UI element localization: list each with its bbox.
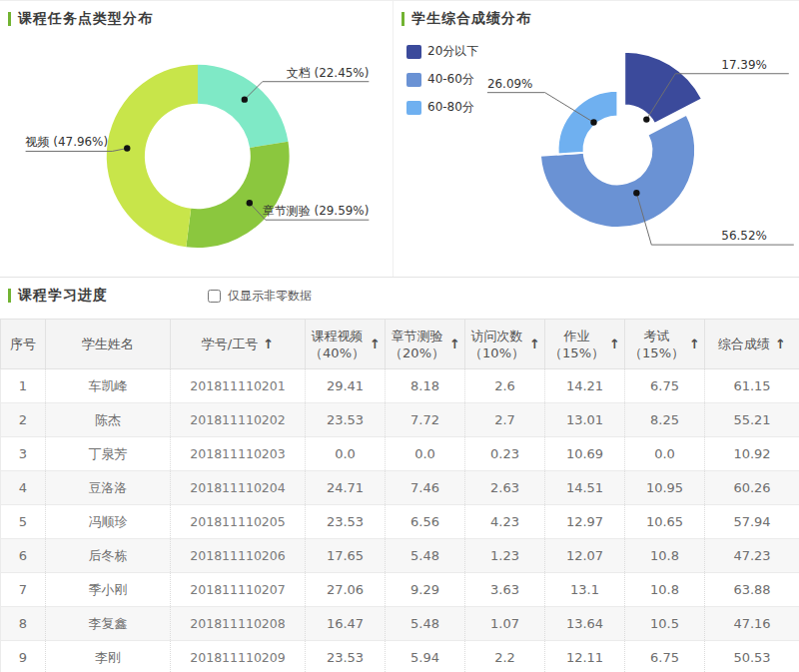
- cell-serial: 5: [1, 505, 46, 539]
- cell-name: 后冬栋: [46, 539, 171, 573]
- cell-id: 201811110209: [171, 641, 306, 672]
- cell-visits: 2.6: [465, 369, 545, 403]
- cell-serial: 8: [1, 607, 46, 641]
- column-header-exam[interactable]: 考试（15%）↑: [625, 320, 705, 369]
- cell-homework: 13.64: [545, 607, 625, 641]
- cell-name: 冯顺珍: [46, 505, 171, 539]
- cell-exam: 10.95: [625, 471, 705, 505]
- task-type-chart-panel: 课程任务点类型分布 文档 (22.45%) 章节测验 (29.59%) 视频 (…: [0, 1, 393, 277]
- cell-total: 63.88: [705, 573, 799, 607]
- nonzero-filter: 仅显示非零数据: [208, 288, 312, 305]
- cell-total: 10.92: [705, 437, 799, 471]
- cell-visits: 1.07: [465, 607, 545, 641]
- legend-item-40-60[interactable]: 40-60分: [406, 71, 478, 88]
- cell-video: 24.71: [306, 471, 386, 505]
- pie-slice-under20[interactable]: [624, 52, 702, 124]
- donut-slice-video[interactable]: [107, 65, 198, 248]
- cell-name: 豆洛洛: [46, 471, 171, 505]
- column-header-quiz[interactable]: 章节测验（20%）↑: [386, 320, 465, 369]
- cell-visits: 2.63: [465, 471, 545, 505]
- cell-id: 201811110204: [171, 471, 306, 505]
- pct-label-under20: 17.39%: [721, 58, 767, 72]
- cell-quiz: 6.56: [386, 505, 465, 539]
- cell-quiz: 5.48: [386, 539, 465, 573]
- sort-asc-icon[interactable]: ↑: [775, 336, 786, 351]
- cell-quiz: 8.18: [386, 369, 465, 403]
- cell-exam: 6.75: [625, 369, 705, 403]
- cell-video: 23.53: [306, 641, 386, 672]
- task-type-title-wrap: 课程任务点类型分布: [8, 10, 153, 28]
- progress-table: 序号学生姓名学号/工号↑课程视频（40%）↑章节测验（20%）↑访问次数（10%…: [0, 319, 799, 672]
- legend-item-under20[interactable]: 20分以下: [406, 43, 478, 60]
- cell-homework: 14.51: [545, 471, 625, 505]
- cell-name: 李复鑫: [46, 607, 171, 641]
- cell-total: 55.21: [705, 403, 799, 437]
- progress-table-section: 课程学习进度 仅显示非零数据 序号学生姓名学号/工号↑课程视频（40%）↑章节测…: [0, 278, 799, 672]
- cell-homework: 10.69: [545, 437, 625, 471]
- leader-dot-docs: [242, 96, 248, 102]
- cell-visits: 0.23: [465, 437, 545, 471]
- score-dist-chart-panel: 学生综合成绩分布 20分以下 40-60分 60-80分: [393, 1, 799, 277]
- cell-total: 50.53: [705, 641, 799, 672]
- leader-dot-40-60: [633, 190, 639, 196]
- cell-video: 16.47: [306, 607, 386, 641]
- cell-quiz: 7.46: [386, 471, 465, 505]
- nonzero-checkbox[interactable]: [208, 290, 221, 303]
- cell-homework: 12.97: [545, 505, 625, 539]
- pie-slice-60-80[interactable]: [558, 91, 618, 155]
- legend-swatch-60-80: [406, 101, 421, 115]
- task-type-chart-title: 课程任务点类型分布: [18, 10, 153, 28]
- table-row: 4豆洛洛20181111020424.717.462.6314.5110.956…: [1, 471, 799, 505]
- column-header-video[interactable]: 课程视频（40%）↑: [306, 320, 386, 369]
- leader-dot-video: [124, 145, 130, 151]
- column-header-name: 学生姓名: [46, 320, 171, 369]
- cell-visits: 1.23: [465, 539, 545, 573]
- nonzero-checkbox-label[interactable]: 仅显示非零数据: [228, 288, 312, 305]
- title-accent-bar: [8, 12, 11, 26]
- sort-asc-icon[interactable]: ↑: [449, 336, 460, 351]
- column-header-homework[interactable]: 作业（15%）↑: [545, 320, 625, 369]
- donut-slice-docs[interactable]: [198, 65, 288, 148]
- progress-section-head: 课程学习进度 仅显示非零数据: [0, 285, 799, 307]
- cell-total: 47.23: [705, 539, 799, 573]
- table-header: 序号学生姓名学号/工号↑课程视频（40%）↑章节测验（20%）↑访问次数（10%…: [1, 320, 799, 369]
- sort-asc-icon[interactable]: ↑: [689, 336, 700, 351]
- cell-quiz: 5.48: [386, 607, 465, 641]
- cell-name: 李刚: [46, 641, 171, 672]
- sort-asc-icon[interactable]: ↑: [529, 336, 540, 351]
- column-header-visits[interactable]: 访问次数（10%）↑: [465, 320, 545, 369]
- cell-total: 60.26: [705, 471, 799, 505]
- sort-asc-icon[interactable]: ↑: [609, 336, 620, 351]
- table-row: 2陈杰20181111020223.537.722.713.018.2555.2…: [1, 403, 799, 437]
- column-header-total[interactable]: 综合成绩↑: [705, 320, 799, 369]
- slice-label-video: 视频 (47.96%): [25, 135, 109, 149]
- cell-visits: 2.2: [465, 641, 545, 672]
- legend-label-under20: 20分以下: [427, 43, 478, 60]
- cell-id: 201811110202: [171, 403, 306, 437]
- donut-slice-quiz[interactable]: [186, 142, 289, 248]
- legend-item-60-80[interactable]: 60-80分: [406, 99, 478, 116]
- score-dist-title-wrap: 学生综合成绩分布: [401, 10, 531, 28]
- leader-dot-quiz: [247, 200, 253, 206]
- cell-exam: 10.65: [625, 505, 705, 539]
- cell-id: 201811110205: [171, 505, 306, 539]
- sort-asc-icon[interactable]: ↑: [263, 336, 274, 351]
- table-row: 3丁泉芳2018111102030.00.00.2310.690.010.92: [1, 437, 799, 471]
- cell-serial: 1: [1, 369, 46, 403]
- table-row: 7季小刚20181111020727.069.293.6313.110.863.…: [1, 573, 799, 607]
- cell-quiz: 5.94: [386, 641, 465, 672]
- cell-video: 23.53: [306, 505, 386, 539]
- sort-asc-icon[interactable]: ↑: [370, 336, 381, 351]
- cell-name: 陈杰: [46, 403, 171, 437]
- cell-id: 201811110207: [171, 573, 306, 607]
- title-accent-bar: [8, 289, 11, 303]
- cell-video: 23.53: [306, 403, 386, 437]
- cell-name: 丁泉芳: [46, 437, 171, 471]
- column-header-id[interactable]: 学号/工号↑: [171, 320, 306, 369]
- cell-homework: 13.01: [545, 403, 625, 437]
- cell-serial: 4: [1, 471, 46, 505]
- slice-label-quiz: 章节测验 (29.59%): [263, 204, 369, 218]
- score-dist-chart-title: 学生综合成绩分布: [411, 10, 531, 28]
- cell-total: 57.94: [705, 505, 799, 539]
- cell-name: 季小刚: [46, 573, 171, 607]
